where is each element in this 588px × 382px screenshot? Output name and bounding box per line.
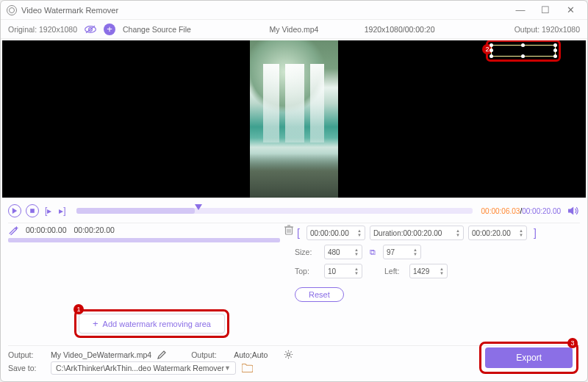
add-watermark-area-button[interactable]: + Add watermark removing area <box>79 314 225 334</box>
resize-handle[interactable] <box>521 54 525 58</box>
edit-filename-icon[interactable] <box>157 350 166 359</box>
output-filename: My Video_DeWatermark.mp4 <box>51 350 151 359</box>
time-readout: 00:00:06.03/00:00:20.00 <box>481 207 561 215</box>
video-canvas[interactable]: 2 <box>2 40 586 198</box>
video-frame <box>250 40 338 198</box>
range-end-input[interactable]: 00:00:20.00▲▼ <box>468 226 527 240</box>
svg-marker-3 <box>12 208 17 214</box>
change-source-plus-icon[interactable]: + <box>104 24 115 35</box>
save-to-label: Save to: <box>8 364 45 372</box>
save-path-dropdown[interactable]: C:\ArkThinker\ArkThin...deo Watermark Re… <box>51 361 236 375</box>
reset-button[interactable]: Reset <box>295 287 344 302</box>
width-input[interactable]: 480▲▼ <box>324 245 362 259</box>
export-button[interactable]: Export <box>485 347 573 368</box>
output-resolution: Output: 1920x1080 <box>514 25 580 34</box>
app-title: Video Watermark Remover <box>21 6 118 15</box>
output-settings-icon[interactable] <box>284 350 293 359</box>
left-input[interactable]: 1429▲▼ <box>409 264 448 278</box>
preview-toggle-icon[interactable] <box>85 24 96 35</box>
annotation-badge-3: 3 <box>567 338 578 348</box>
size-label: Size: <box>295 248 320 256</box>
svg-point-12 <box>287 353 290 356</box>
range-start-bracket-icon[interactable]: [ <box>295 227 302 239</box>
app-window: Video Watermark Remover — ☐ ✕ Original: … <box>0 0 588 382</box>
watermark-selection-box[interactable] <box>491 45 556 57</box>
segment-end-time: 00:00:20.00 <box>74 226 114 234</box>
region-properties-panel: [ 00:00:00.00▲▼ Duration:00:00:20.00▲▼ 0… <box>295 223 580 342</box>
svg-rect-4 <box>30 209 35 213</box>
stop-button[interactable] <box>26 204 39 217</box>
delete-segment-icon[interactable] <box>284 225 293 235</box>
output-filename-label: Output: <box>8 350 45 359</box>
segment-start-time: 00:00:00.00 <box>26 226 66 234</box>
left-label: Left: <box>384 267 405 275</box>
resize-handle[interactable] <box>553 43 557 47</box>
playback-bar: [▸ ▸] 00:00:06.03/00:00:20.00 <box>1 199 587 223</box>
set-in-point-button[interactable]: [▸ <box>43 206 53 216</box>
wand-icon[interactable] <box>8 225 18 235</box>
play-button[interactable] <box>8 204 21 217</box>
annotation-2: 2 <box>486 40 561 62</box>
segment-row: 00:00:00.00 00:00:20.00 <box>8 223 293 237</box>
original-label: Original: 1920x1080 <box>8 25 77 34</box>
set-out-point-button[interactable]: ▸] <box>57 206 67 216</box>
output-preset: Auto;Auto <box>234 350 268 359</box>
range-end-bracket-icon[interactable]: ] <box>531 227 539 239</box>
video-preview-area: 2 <box>1 39 587 199</box>
app-icon <box>7 5 17 15</box>
height-input[interactable]: 97▲▼ <box>383 245 421 259</box>
resize-handle[interactable] <box>490 54 493 58</box>
change-source-button[interactable]: Change Source File <box>123 25 191 34</box>
info-toolbar: Original: 1920x1080 + Change Source File… <box>1 20 587 39</box>
resize-handle[interactable] <box>553 48 557 52</box>
source-filename: My Video.mp4 <box>270 25 319 34</box>
top-input[interactable]: 10▲▼ <box>324 264 362 278</box>
lower-panels: 00:00:00.00 00:00:20.00 1 + Add watermar… <box>1 223 587 345</box>
titlebar: Video Watermark Remover — ☐ ✕ <box>1 1 587 20</box>
output-preset-label: Output: <box>191 350 228 359</box>
browse-folder-icon[interactable] <box>242 364 253 372</box>
resize-handle[interactable] <box>521 43 525 47</box>
range-start-input[interactable]: 00:00:00.00▲▼ <box>306 226 365 240</box>
chevron-down-icon: ▼ <box>224 364 231 372</box>
close-button[interactable]: ✕ <box>558 3 583 18</box>
plus-icon: + <box>93 318 98 329</box>
duration-input[interactable]: Duration:00:00:20.00▲▼ <box>370 226 464 240</box>
annotation-badge-1: 1 <box>74 304 84 314</box>
resize-handle[interactable] <box>553 54 557 58</box>
source-dimensions: 1920x1080/00:00:20 <box>365 25 435 34</box>
resize-handle[interactable] <box>490 48 493 52</box>
svg-marker-5 <box>568 206 573 215</box>
volume-icon[interactable] <box>568 206 580 216</box>
maximize-button[interactable]: ☐ <box>533 3 558 18</box>
seek-slider[interactable] <box>76 208 473 214</box>
aspect-lock-icon[interactable]: ⧉ <box>367 248 379 257</box>
minimize-button[interactable]: — <box>508 3 533 18</box>
annotation-3: 3 Export <box>479 342 578 374</box>
resize-handle[interactable] <box>490 43 493 47</box>
annotation-1: 1 + Add watermark removing area <box>74 309 229 338</box>
segments-panel: 00:00:00.00 00:00:20.00 1 + Add watermar… <box>8 223 293 342</box>
seek-thumb[interactable] <box>195 204 202 210</box>
top-label: Top: <box>295 267 320 275</box>
